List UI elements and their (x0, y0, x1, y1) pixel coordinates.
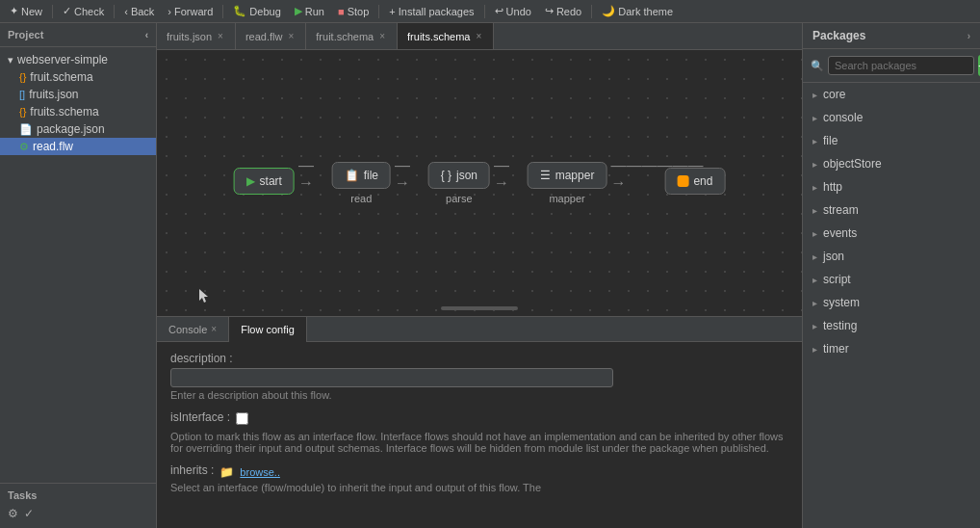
sep2 (114, 5, 115, 18)
package-item-console[interactable]: ▸console (803, 106, 980, 129)
flow-canvas[interactable]: ▶ start —→ 📋 file read —→ (157, 50, 802, 316)
chevron-down-icon: ▾ (8, 54, 13, 66)
packages-search-input[interactable] (828, 56, 974, 75)
back-button[interactable]: ‹ Back (118, 4, 160, 19)
package-name: console (823, 111, 863, 124)
stop-button[interactable]: ■ Stop (332, 4, 374, 19)
flow-arrow: ——————→ (606, 157, 664, 192)
package-item-timer[interactable]: ▸timer (803, 337, 980, 360)
tab-fruit-schema[interactable]: fruit.schema × (306, 23, 398, 50)
sidebar-item-read-flw[interactable]: ⚙ read.flw (0, 138, 156, 155)
check-icon: ✓ (63, 5, 71, 17)
redo-button[interactable]: ↪ Redo (539, 3, 587, 19)
tab-fruits-json[interactable]: fruits.json × (157, 23, 236, 50)
packages-panel: Packages › 🔍 + ▸core▸console▸file▸object… (802, 23, 980, 528)
inherits-hint: Select an interface (flow/module) to inh… (170, 482, 788, 493)
bottom-tab-console[interactable]: Console × (157, 317, 229, 342)
package-item-system[interactable]: ▸system (803, 291, 980, 314)
flow-diagram: ▶ start —→ 📋 file read —→ (234, 157, 726, 209)
sidebar-item-project[interactable]: ▾ webserver-simple (0, 51, 156, 68)
tab-close-icon[interactable]: × (377, 30, 387, 42)
check-button[interactable]: ✓ Check (57, 3, 110, 19)
package-name: script (823, 273, 851, 286)
package-name: system (823, 296, 860, 309)
sidebar-item-package-json[interactable]: 📄 package.json (0, 120, 156, 138)
debug-button[interactable]: 🐛 Debug (227, 3, 286, 19)
inherits-browse-button[interactable]: browse.. (240, 466, 280, 478)
sidebar-item-fruits-schema[interactable]: {} fruits.schema (0, 103, 156, 120)
chevron-right-icon: ▸ (812, 113, 817, 123)
dark-theme-button[interactable]: 🌙 Dark theme (596, 3, 679, 19)
sep6 (591, 5, 592, 18)
description-hint: Enter a description about this flow. (170, 389, 788, 401)
run-button[interactable]: ▶ Run (289, 3, 330, 19)
file-node-icon: 📋 (345, 169, 359, 182)
bottom-tab-bar: Console × Flow config (157, 317, 802, 342)
schema-icon: {} (19, 106, 26, 118)
package-item-file[interactable]: ▸file (803, 129, 980, 152)
tab-read-flw[interactable]: read.flw × (236, 23, 306, 50)
is-interface-label: isInterface : (170, 410, 230, 424)
flow-config-content: description : Enter a description about … (157, 342, 802, 528)
bottom-tab-flow-config[interactable]: Flow config (229, 317, 307, 342)
task-settings-icon[interactable]: ⚙ (8, 507, 18, 520)
flow-node-file[interactable]: 📋 file read (332, 162, 391, 204)
package-item-script[interactable]: ▸script (803, 268, 980, 291)
sidebar-header: Project ‹ (0, 23, 156, 47)
is-interface-hint: Option to mark this flow as an interface… (170, 431, 788, 454)
package-item-stream[interactable]: ▸stream (803, 198, 980, 222)
run-icon: ▶ (295, 5, 302, 17)
tab-fruits-schema[interactable]: fruits.schema × (398, 23, 494, 50)
tab-close-icon[interactable]: × (216, 30, 225, 42)
package-name: testing (823, 319, 857, 332)
main-area: Project ‹ ▾ webserver-simple {} fruit.sc… (0, 23, 980, 528)
sep4 (378, 5, 379, 18)
sidebar-title: Project (8, 29, 43, 40)
package-name: stream (823, 203, 859, 217)
description-input[interactable] (170, 368, 613, 387)
json-icon: [] (19, 89, 25, 100)
sidebar-collapse-icon[interactable]: ‹ (145, 30, 148, 40)
mapper-node-icon: ☰ (540, 169, 551, 182)
package-item-objectStore[interactable]: ▸objectStore (803, 152, 980, 175)
node-label-text: file (364, 169, 378, 182)
console-tab-close-icon[interactable]: × (211, 324, 217, 334)
package-item-json[interactable]: ▸json (803, 245, 980, 268)
task-check-icon[interactable]: ✓ (24, 507, 34, 520)
package-item-testing[interactable]: ▸testing (803, 314, 980, 337)
bottom-tab-label: Console (168, 324, 207, 335)
schema-icon: {} (19, 71, 26, 83)
flow-node-json[interactable]: { } json parse (428, 162, 490, 204)
node-label-text: start (260, 174, 282, 188)
package-name: timer (823, 342, 849, 356)
chevron-right-icon: ▸ (812, 344, 817, 355)
is-interface-checkbox[interactable] (236, 412, 248, 425)
package-item-core[interactable]: ▸core (803, 83, 980, 106)
package-item-events[interactable]: ▸events (803, 222, 980, 245)
forward-button[interactable]: › Forward (162, 4, 219, 19)
back-arrow-icon: ‹ (124, 6, 128, 17)
flow-node-mapper[interactable]: ☰ mapper mapper (528, 162, 607, 204)
sidebar-item-fruits-json[interactable]: [] fruits.json (0, 86, 156, 103)
cursor (199, 289, 207, 297)
new-button[interactable]: ✦ New (4, 3, 48, 19)
package-item-http[interactable]: ▸http (803, 175, 980, 198)
tab-close-icon[interactable]: × (474, 30, 483, 42)
undo-button[interactable]: ↩ Undo (489, 3, 537, 19)
packages-list: ▸core▸console▸file▸objectStore▸http▸stre… (803, 83, 980, 528)
tab-close-icon[interactable]: × (286, 30, 296, 42)
chevron-right-icon: ▸ (812, 90, 817, 100)
chevron-right-icon: ▸ (812, 228, 817, 239)
stop-icon: ■ (338, 6, 345, 17)
packages-expand-icon[interactable]: › (967, 31, 970, 41)
install-packages-button[interactable]: + Install packages (383, 4, 479, 19)
packages-title: Packages (812, 29, 865, 42)
tab-label: fruit.schema (316, 31, 374, 42)
flow-node-end[interactable]: end (664, 168, 725, 198)
flow-node-start[interactable]: ▶ start (234, 168, 295, 198)
description-label: description : (170, 352, 788, 365)
file-icon: 📄 (19, 123, 33, 136)
canvas-scrollbar[interactable] (441, 306, 518, 310)
sidebar-item-fruit-schema[interactable]: {} fruit.schema (0, 68, 156, 86)
tab-label: fruits.json (167, 31, 212, 42)
